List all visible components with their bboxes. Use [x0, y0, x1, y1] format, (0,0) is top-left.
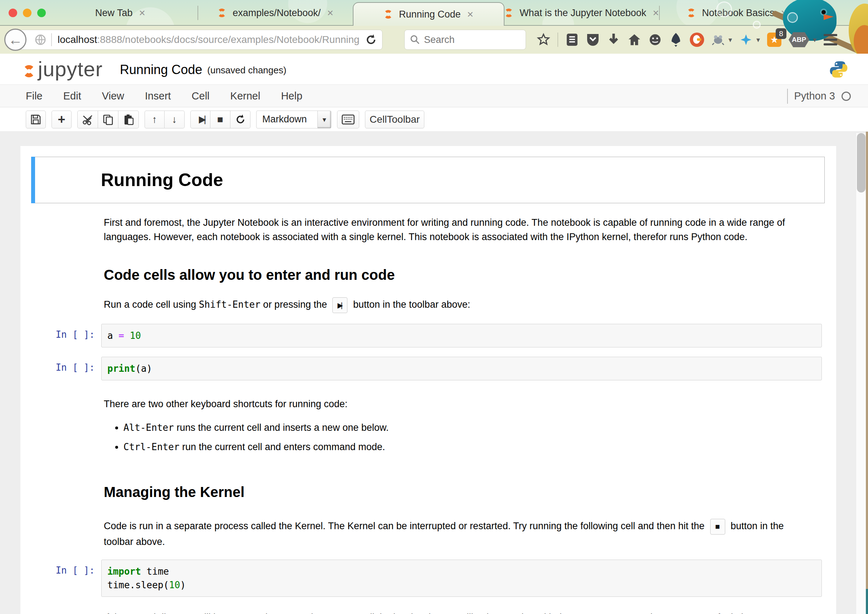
tab-bar: New Tab × examples/Notebook/ × Running C…	[0, 0, 868, 26]
url-bar[interactable]: localhost :8888/notebooks/docs/source/ex…	[16, 30, 383, 50]
extension-icon-2[interactable]	[739, 33, 753, 47]
reload-button[interactable]	[365, 34, 377, 46]
chevron-down-icon[interactable]: ▾	[756, 36, 760, 44]
jupyter-favicon	[384, 10, 392, 19]
kernel-paragraph[interactable]: Code is run in a separate process called…	[20, 519, 802, 549]
window-controls	[9, 9, 46, 17]
tab-what-is-jupyter[interactable]: What is the Jupyter Notebook ×	[504, 0, 659, 26]
tab-examples-notebook[interactable]: examples/Notebook/ ×	[198, 0, 353, 26]
duckduckgo-icon[interactable]	[690, 33, 704, 47]
back-button[interactable]: ←	[4, 29, 26, 51]
search-box[interactable]	[404, 30, 526, 50]
tab-new-tab[interactable]: New Tab ×	[43, 0, 197, 26]
code-input[interactable]: import time time.sleep(10)	[101, 560, 822, 597]
menu-kernel[interactable]: Kernel	[230, 90, 260, 102]
shift-enter-code: Shift-Enter	[199, 299, 260, 310]
cell-type-select[interactable]: Markdown ▾	[256, 110, 331, 129]
jupyter-logo-text: jupyter	[38, 59, 103, 79]
new-tab-button[interactable]: +	[818, 5, 836, 22]
navigation-bar: ← localhost :8888/notebooks/docs/source/…	[0, 26, 868, 54]
chevron-down-icon[interactable]: ▾	[813, 36, 817, 44]
tab-running-code-active[interactable]: Running Code ×	[353, 2, 504, 26]
menu-edit[interactable]: Edit	[64, 90, 81, 102]
window-close-button[interactable]	[9, 9, 17, 17]
code-input[interactable]: print(a)	[101, 357, 822, 380]
urlbar-divider	[51, 33, 52, 46]
paste-cell-button[interactable]	[118, 110, 139, 129]
download-icon[interactable]	[607, 33, 620, 47]
list-item: Ctrl-Enter run the current cell and ente…	[124, 440, 836, 454]
tab-notebook-basics[interactable]: Notebook Basics ×	[660, 0, 814, 26]
celltoolbar-button[interactable]: CellToolbar	[365, 110, 424, 129]
tab-close-icon[interactable]: ×	[327, 7, 333, 19]
restart-kernel-button[interactable]	[230, 110, 250, 129]
menu-file[interactable]: File	[26, 90, 43, 102]
window-minimize-button[interactable]	[23, 9, 31, 17]
url-path: :8888/notebooks/docs/source/examples/Not…	[97, 34, 360, 45]
chevron-down-icon[interactable]: ▾	[728, 36, 732, 44]
menu-view[interactable]: View	[102, 90, 124, 102]
shortcuts-list: Alt-Enter runs the current cell and inse…	[20, 420, 836, 454]
save-button[interactable]	[26, 110, 46, 129]
run-instructions-paragraph[interactable]: Run a code cell using Shift-Enter or pre…	[20, 297, 836, 313]
move-cell-down-button[interactable]: ↓	[164, 110, 184, 129]
text-run-mid: or pressing the	[260, 299, 330, 310]
adblock-plus-icon[interactable]: ABP	[789, 32, 809, 47]
menu-hamburger-icon[interactable]	[824, 34, 837, 45]
toolbar-divider	[558, 33, 558, 47]
jupyter-logo[interactable]: jupyter	[23, 59, 103, 79]
text-kernel: Code is run in a separate process called…	[104, 521, 707, 531]
interrupt-kernel-button[interactable]: ■	[210, 110, 230, 129]
select-arrow-icon: ▾	[317, 111, 331, 128]
code-cell-2[interactable]: In [ ]: print(a)	[20, 357, 836, 380]
jupyter-favicon	[504, 9, 513, 17]
extension-icon-3[interactable]: ★ 8	[767, 33, 781, 47]
addon-badge: 8	[776, 28, 786, 39]
notebook-title[interactable]: Running Code	[120, 62, 202, 77]
feedback-smiley-icon[interactable]	[648, 33, 662, 47]
command-palette-button[interactable]	[337, 110, 359, 129]
notebook-menubar: File Edit View Insert Cell Kernel Help P…	[0, 85, 868, 107]
code-cell-3[interactable]: In [ ]: import time time.sleep(10)	[20, 560, 836, 597]
tab-close-icon[interactable]: ×	[653, 7, 659, 19]
share-icon[interactable]	[669, 33, 683, 47]
cut-cell-button[interactable]	[77, 110, 98, 129]
url-host: localhost	[57, 34, 97, 45]
heading-running-code: Running Code	[31, 170, 223, 190]
bookmark-star-icon[interactable]	[537, 33, 550, 47]
reading-list-icon[interactable]	[565, 33, 579, 47]
tab-close-icon[interactable]: ×	[139, 7, 146, 19]
intro-paragraph[interactable]: First and foremost, the Jupyter Notebook…	[20, 216, 802, 244]
search-input[interactable]	[424, 34, 517, 45]
menu-cell[interactable]: Cell	[192, 90, 210, 102]
menu-help[interactable]: Help	[281, 90, 302, 102]
shortcuts-paragraph[interactable]: There are two other keyboard shortcuts f…	[20, 397, 836, 411]
notebook-toolbar: + ↑ ↓ ▶| ■ Markdown ▾ CellToolbar	[0, 107, 868, 132]
menu-insert[interactable]: Insert	[145, 90, 171, 102]
copy-cell-button[interactable]	[98, 110, 118, 129]
scrollbar[interactable]	[856, 133, 866, 614]
move-cell-up-button[interactable]: ↑	[144, 110, 164, 129]
heading-code-cells[interactable]: Code cells allow you to enter and run co…	[20, 267, 836, 283]
jupyter-favicon	[217, 9, 226, 17]
code-input[interactable]: a = 10	[101, 324, 822, 347]
save-status: (unsaved changes)	[207, 65, 286, 76]
python-logo	[829, 60, 848, 79]
code-cell-1[interactable]: In [ ]: a = 10	[20, 324, 836, 347]
extension-icon-1[interactable]	[711, 33, 725, 47]
tab-close-icon[interactable]: ×	[781, 7, 787, 19]
clipped-paragraph[interactable]: If the Kernel dies you will be prompted …	[20, 611, 836, 614]
heading-managing-kernel[interactable]: Managing the Kernel	[20, 484, 836, 500]
home-icon[interactable]	[628, 33, 641, 47]
scrollbar-thumb[interactable]	[857, 133, 865, 192]
pocket-icon[interactable]	[586, 33, 600, 47]
kernel-indicator-icon	[842, 91, 851, 101]
markdown-cell-selected[interactable]: Running Code	[31, 157, 825, 203]
tab-close-icon[interactable]: ×	[467, 8, 474, 20]
kernel-name: Python 3	[794, 90, 835, 102]
search-icon	[410, 34, 420, 45]
run-cell-button[interactable]: ▶|	[190, 110, 210, 129]
tab-title: Notebook Basics	[702, 8, 775, 19]
tab-title: What is the Jupyter Notebook	[519, 8, 646, 19]
add-cell-button[interactable]: +	[51, 110, 71, 129]
